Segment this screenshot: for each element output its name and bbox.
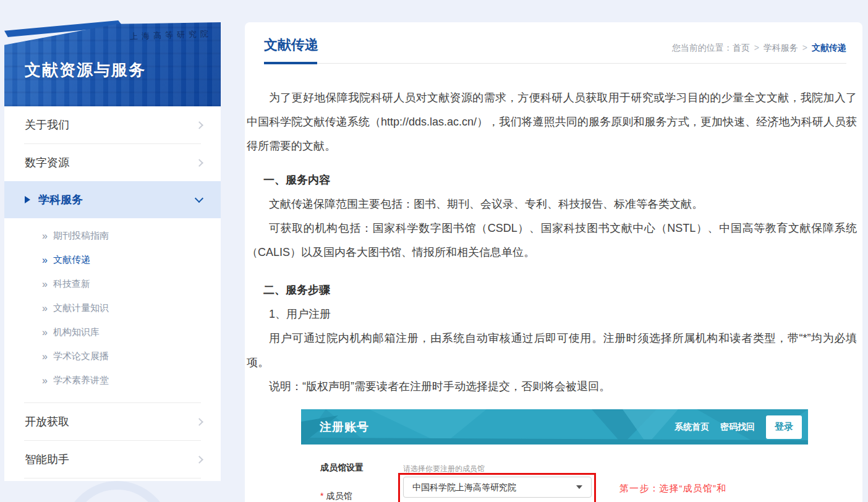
chevron-right-icon	[195, 159, 203, 167]
screenshot-login-button: 登录	[766, 415, 802, 439]
title-accent-bar	[264, 62, 317, 64]
screenshot-header-links: 系统首页 密码找回 登录	[663, 415, 808, 439]
seal-watermark	[63, 481, 171, 502]
screenshot-system-home-link: 系统首页	[674, 415, 709, 439]
section1-heading: 一、服务内容	[263, 168, 857, 192]
sidebar-item-label: 数字资源	[25, 155, 69, 170]
submenu-item-academic-literacy[interactable]: » 学术素养讲堂	[4, 368, 221, 393]
section2-paragraph: 用户可通过院内机构邮箱注册，由系统自动审核通过后即可使用。注册时须选择所属机构和…	[247, 326, 857, 375]
divider	[24, 478, 201, 479]
breadcrumb: 您当前的位置：首页>学科服务>文献传递	[672, 41, 846, 54]
breadcrumb-subject-services[interactable]: 学科服务	[764, 43, 798, 53]
breadcrumb-current: 文献传递	[812, 43, 846, 53]
screenshot-header-banner: 注册账号 系统首页 密码找回 登录	[301, 409, 808, 445]
submenu-item-institutional-repository[interactable]: » 机构知识库	[4, 320, 221, 344]
sidebar-item-about[interactable]: 关于我们	[4, 106, 221, 143]
breadcrumb-prefix: 您当前的位置：	[672, 43, 733, 53]
submenu-item-document-delivery[interactable]: » 文献传递	[4, 248, 221, 272]
page-title: 文献传递	[264, 36, 318, 54]
member-library-settings-label: 成员馆设置	[320, 456, 364, 480]
content-header: 文献传递 您当前的位置：首页>学科服务>文献传递	[245, 22, 862, 64]
submenu-item-label: 期刊投稿指南	[53, 230, 109, 242]
sidebar-item-label: 学科服务	[38, 192, 83, 207]
sidebar-item-ai-assistant[interactable]: 智能助手	[4, 441, 221, 478]
submenu-item-label: 机构知识库	[53, 326, 100, 338]
member-library-select: 中国科学院上海高等研究院	[403, 477, 592, 498]
member-library-field-label: *成员馆	[320, 484, 352, 502]
chevron-right-icon	[195, 121, 203, 129]
registration-screenshot-image: 注册账号 系统首页 密码找回 登录 成员馆设置 请选择你要注册的成员馆 *成员馆…	[301, 409, 851, 502]
intro-paragraph: 为了更好地保障我院科研人员对文献资源的需求，方便科研人员获取用于研究或学习目的的…	[247, 86, 857, 158]
sidebar-banner: 上海高等研究院 文献资源与服务	[4, 22, 221, 106]
submenu-item-label: 文献计量知识	[53, 302, 109, 314]
section2-heading: 二、服务步骤	[263, 278, 857, 302]
sidebar-item-open-access[interactable]: 开放获取	[4, 403, 221, 440]
header-divider	[264, 63, 846, 64]
sidebar-banner-title: 文献资源与服务	[25, 59, 146, 81]
breadcrumb-home[interactable]: 首页	[733, 43, 750, 53]
submenu-item-bibliometrics[interactable]: » 文献计量知识	[4, 296, 221, 320]
breadcrumb-separator: >	[754, 43, 759, 53]
subject-services-submenu: » 期刊投稿指南 » 文献传递 » 科技查新 » 文献计量知识 » 机构知识库 …	[4, 218, 221, 402]
chevron-right-icon	[195, 456, 203, 464]
sidebar-item-label: 智能助手	[25, 452, 69, 467]
sidebar-item-subject-services[interactable]: 学科服务	[4, 181, 221, 218]
submenu-item-paper-showcase[interactable]: » 学术论文展播	[4, 344, 221, 368]
submenu-item-novelty-search[interactable]: » 科技查新	[4, 272, 221, 296]
submenu-item-label: 学术论文展播	[53, 351, 109, 362]
submenu-item-label: 学术素养讲堂	[53, 375, 109, 386]
step1-annotation-text: 第一步：选择“成员馆”和“读者类型”	[619, 479, 726, 502]
chevron-right-icon	[195, 418, 203, 426]
double-angle-icon: »	[42, 351, 48, 362]
dropdown-caret-icon	[576, 485, 582, 489]
screenshot-registration-form: 成员馆设置 请选择你要注册的成员馆 *成员馆 中国科学院上海高等研究院 *读者类…	[301, 445, 851, 502]
double-angle-icon: »	[42, 303, 48, 314]
submenu-item-label: 文献传递	[53, 254, 90, 266]
double-angle-icon: »	[42, 255, 48, 266]
double-angle-icon: »	[42, 231, 48, 242]
double-angle-icon: »	[42, 279, 48, 290]
required-asterisk: *	[320, 491, 323, 501]
screenshot-title: 注册账号	[320, 415, 369, 439]
section1-paragraph: 可获取的机构包括：国家科学数字图书馆（CSDL）、国家科技图书文献中心（NSTL…	[247, 216, 857, 265]
section2-paragraph: 说明：“版权声明”需要读者在注册时手动选择提交，否则将会被退回。	[247, 375, 857, 399]
double-angle-icon: »	[42, 327, 48, 338]
sidebar-item-label: 关于我们	[25, 117, 69, 132]
member-library-select-value: 中国科学院上海高等研究院	[412, 475, 516, 500]
submenu-item-journal-guide[interactable]: » 期刊投稿指南	[4, 224, 221, 248]
article-body: 为了更好地保障我院科研人员对文献资源的需求，方便科研人员获取用于研究或学习目的的…	[245, 86, 862, 502]
submenu-item-label: 科技查新	[53, 278, 90, 290]
chevron-down-icon	[195, 194, 203, 202]
screenshot-password-recovery-link: 密码找回	[720, 415, 755, 439]
sidebar-menu: 关于我们 数字资源 学科服务 » 期刊投稿指南 » 文献传递 » 科技查新	[4, 106, 221, 481]
double-angle-icon: »	[42, 375, 48, 386]
section1-paragraph: 文献传递保障范围主要包括：图书、期刊、会议录、专利、科技报告、标准等各类文献。	[247, 192, 857, 216]
triangle-right-icon	[25, 196, 30, 203]
sidebar-item-label: 开放获取	[25, 414, 69, 429]
section2-step: 1、用户注册	[247, 302, 857, 326]
breadcrumb-separator: >	[802, 43, 807, 53]
main-content-card: 文献传递 您当前的位置：首页>学科服务>文献传递 为了更好地保障我院科研人员对文…	[245, 22, 862, 502]
sidebar-item-digital-resources[interactable]: 数字资源	[4, 144, 221, 181]
